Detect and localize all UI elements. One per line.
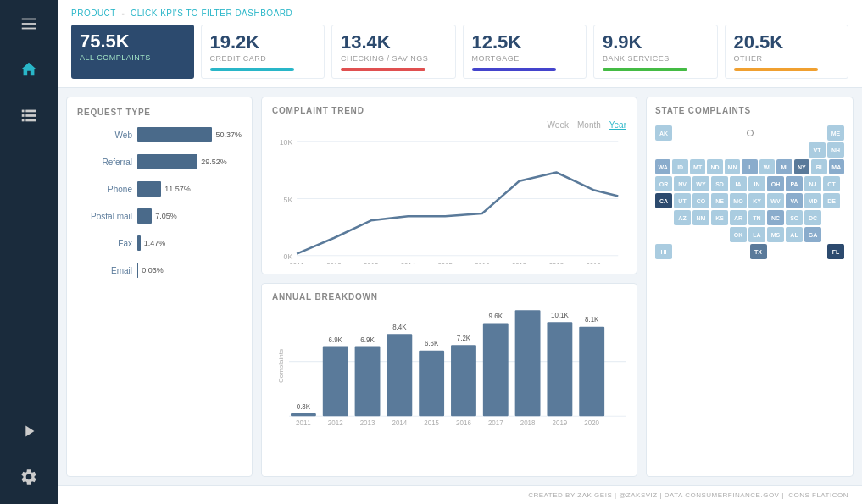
complaint-trend-title: COMPLAINT TREND [272,106,626,115]
state-cell-wa[interactable]: WA [655,159,670,174]
svg-rect-48 [483,324,509,417]
trend-filter-month[interactable]: Month [577,120,601,130]
svg-text:10K: 10K [280,138,293,147]
kpi-card-credit-card[interactable]: 19.2K CREDIT CARD [201,25,325,79]
state-complaints-title: STATE COMPLAINTS [655,106,844,115]
state-cell-wy[interactable]: WY [692,176,709,191]
state-cell-la[interactable]: LA [748,227,765,242]
bar-row-email: Email 0.03% [77,263,242,278]
kpi-card-checking[interactable]: 13.4K CHECKING / SAVINGS [331,25,456,79]
state-cell-tn[interactable]: TN [748,210,765,225]
state-cell-ks[interactable]: KS [711,210,728,225]
state-cell-al[interactable]: AL [786,227,803,242]
state-cell-nc[interactable]: NC [767,210,784,225]
sidebar-item-home[interactable] [14,54,44,85]
state-cell-wv[interactable]: WV [767,193,784,208]
kpi-card-mortgage[interactable]: 12.5K MORTGAGE [463,25,587,79]
state-cell-ok[interactable]: OK [730,227,747,242]
request-type-title: REQUEST TYPE [77,108,242,117]
state-cell-ia[interactable]: IA [730,176,747,191]
state-cell-ms[interactable]: MS [767,227,784,242]
state-cell-mo[interactable]: MO [730,193,747,208]
state-cell-az[interactable]: AZ [674,210,691,225]
state-cell-nj[interactable]: NJ [804,176,821,191]
sidebar-item-list[interactable] [14,100,44,130]
state-cell-ct[interactable]: CT [823,176,840,191]
state-row-4: CA UT CO NE MO KY WV VA MD DE [655,193,844,208]
kpi-bar-bank [603,68,687,71]
state-cell-mn[interactable]: MN [725,159,740,174]
state-cell-vt[interactable]: VT [809,142,826,158]
state-row-5: AZ NM KS AR TN NC SC DC [674,210,844,225]
state-cell-ak[interactable]: AK [655,125,672,141]
bar-pct-postal: 7.05% [155,212,177,220]
svg-text:2019: 2019 [586,263,601,264]
trend-filter-week[interactable]: Week [548,120,569,130]
sidebar-item-settings[interactable] [14,462,44,492]
state-cell-mt[interactable]: MT [690,159,705,174]
svg-text:8.1K: 8.1K [585,315,599,324]
state-cell-sc[interactable]: SC [786,210,803,225]
state-cell-ky[interactable]: KY [748,193,765,208]
state-cell-ar[interactable]: AR [730,210,747,225]
state-cell-ut[interactable]: UT [674,193,691,208]
bar-container-postal: 7.05% [137,208,242,224]
svg-rect-6 [25,114,36,117]
state-cell-ma[interactable]: MA [829,159,844,174]
state-cell-ca[interactable]: CA [655,193,672,208]
state-cell-tx[interactable]: TX [750,244,767,259]
state-grid: AK ME VT NH WA ID MT ND MN [655,125,844,259]
state-cell-co[interactable]: CO [692,193,709,208]
main-content: PRODUCT - CLICK KPI'S TO FILTER DASHBOAR… [58,0,862,504]
annual-chart-inner: 10K 5K 0K 0.3K 2011 6.9K 2012 [289,307,626,425]
state-cell-ny[interactable]: NY [794,159,809,174]
svg-text:2016: 2016 [456,418,471,425]
state-cell-pa[interactable]: PA [786,176,803,191]
svg-text:11.5K: 11.5K [519,307,537,307]
state-cell-nh[interactable]: NH [827,142,844,158]
state-cell-nm[interactable]: NM [692,210,709,225]
kpi-card-all-complaints[interactable]: 75.5K ALL COMPLAINTS [71,25,194,79]
state-cell-va[interactable]: VA [786,193,803,208]
state-cell-dc[interactable]: DC [804,210,821,225]
svg-text:2015: 2015 [424,418,439,425]
kpi-bar-cc [210,68,295,71]
svg-text:8.4K: 8.4K [392,323,407,331]
state-cell-me[interactable]: ME [827,125,844,141]
state-cell-ga[interactable]: GA [804,227,821,242]
state-cell-id[interactable]: ID [672,159,687,174]
state-cell-de[interactable]: DE [823,193,840,208]
kpi-card-bank[interactable]: 9.9K BANK SERVICES [593,25,718,79]
kpi-value-checking: 13.4K [341,32,447,53]
bar-pct-fax: 1.47% [144,239,166,247]
state-cell-oh[interactable]: OH [767,176,784,191]
state-cell-sd[interactable]: SD [711,176,728,191]
state-cell-md[interactable]: MD [804,193,821,208]
trend-filter-year[interactable]: Year [609,120,626,130]
kpi-label-cc: CREDIT CARD [210,54,316,63]
sidebar-item-bar[interactable] [14,8,44,39]
state-cell-ne[interactable]: NE [711,193,728,208]
state-cell-hi[interactable]: HI [655,244,672,259]
state-cell-nd[interactable]: ND [707,159,722,174]
state-cell-mi[interactable]: MI [776,159,792,174]
bar-pct-email: 0.03% [142,266,164,274]
bar-container-web: 50.37% [137,127,242,142]
kpi-card-other[interactable]: 20.5K OTHER [725,25,849,79]
state-cell-nv[interactable]: NV [674,176,691,191]
state-cell-il[interactable]: IL [742,159,757,174]
state-cell-or[interactable]: OR [655,176,672,191]
state-cell-in[interactable]: IN [748,176,765,191]
svg-rect-45 [451,345,476,416]
kpi-title: PRODUCT - CLICK KPI'S TO FILTER DASHBOAR… [71,8,848,18]
state-cell-ri[interactable]: RI [811,159,826,174]
kpi-bar-checking [341,68,425,71]
kpi-value-cc: 19.2K [210,32,316,53]
state-cell-wi[interactable]: WI [759,159,775,174]
kpi-label-other: OTHER [734,54,840,63]
svg-rect-54 [547,322,572,416]
kpi-filter-label[interactable]: CLICK KPI'S TO FILTER DASHBOARD [131,8,292,18]
state-cell-fl[interactable]: FL [827,244,844,259]
bar-fill-phone [137,181,161,197]
sidebar-item-play[interactable] [14,416,44,446]
